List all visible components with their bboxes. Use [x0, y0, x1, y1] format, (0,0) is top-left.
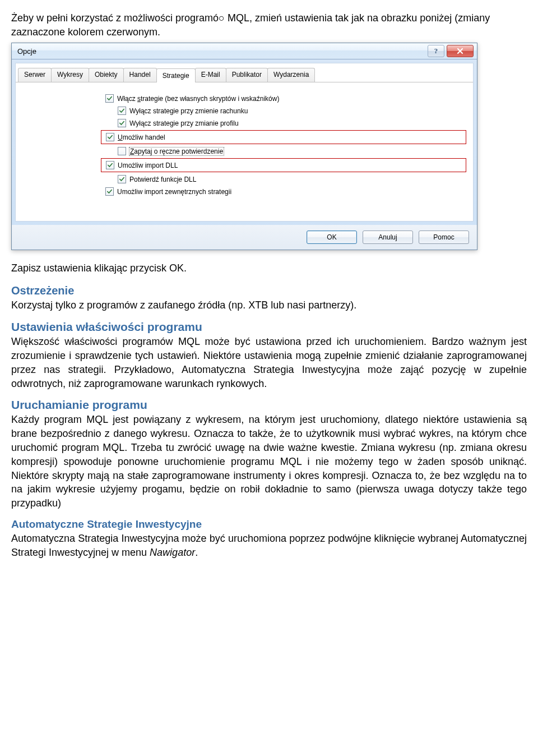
- help-button[interactable]: Pomoc: [419, 231, 469, 244]
- checkbox-icon[interactable]: [118, 175, 126, 183]
- intro-paragraph: Żeby w pełni korzystać z możliwości prog…: [11, 11, 527, 39]
- titlebar: Opcje ?: [12, 43, 477, 59]
- heading-warning: Ostrzeżenie: [11, 284, 527, 297]
- window-title: Opcje: [15, 47, 428, 56]
- checkbox-label: Umożliw import DLL: [118, 162, 178, 169]
- asi-body: Automatyczna Strategia Inwestycyjna może…: [11, 532, 527, 560]
- checkbox-area: Włącz strategie (bez własnych skryptów i…: [16, 82, 473, 221]
- warning-body: Korzystaj tylko z programów z zaufanego …: [11, 298, 527, 312]
- checkbox-allow-external[interactable]: Umożliw import zewnętrznych strategii: [105, 186, 462, 197]
- tab-handel[interactable]: Handel: [123, 68, 157, 82]
- checkbox-label: Wyłącz strategie przy zmienie rachunku: [129, 107, 248, 115]
- dialog-body: Serwer Wykresy Obiekty Handel Strategie …: [15, 63, 474, 222]
- help-icon[interactable]: ?: [428, 45, 444, 57]
- checkbox-manual-confirm[interactable]: Zapytaj o ręczne potwierdzenie: [105, 146, 462, 156]
- checkbox-label: Potwierdź funkcje DLL: [129, 176, 196, 183]
- launch-body: Każdy program MQL jest powiązany z wykre…: [11, 413, 527, 510]
- properties-body: Większość właściwości programów MQL może…: [11, 335, 527, 390]
- close-icon[interactable]: [447, 45, 474, 57]
- checkbox-disable-on-profile[interactable]: Wyłącz strategie przy zmianie profilu: [105, 118, 462, 128]
- options-dialog: Opcje ? Serwer Wykresy Obiekty Handel St…: [11, 43, 477, 250]
- checkbox-icon[interactable]: [118, 107, 126, 115]
- tab-email[interactable]: E-Mail: [195, 68, 226, 82]
- checkbox-icon[interactable]: [106, 161, 114, 169]
- checkbox-label: Umożliw handel: [118, 133, 165, 141]
- save-instruction: Zapisz ustawienia klikając przycisk OK.: [11, 261, 527, 275]
- checkbox-icon[interactable]: [106, 133, 114, 141]
- heading-asi: Automatyczne Strategie Inwestycyjne: [11, 518, 527, 531]
- checkbox-allow-dll[interactable]: Umożliw import DLL: [106, 160, 461, 170]
- heading-properties: Ustawienia właściwości programu: [11, 320, 527, 334]
- tab-publikator[interactable]: Publikator: [226, 68, 268, 82]
- checkbox-icon[interactable]: [118, 119, 126, 127]
- highlight-box-dll: Umożliw import DLL: [101, 158, 466, 172]
- checkbox-label: Wyłącz strategie przy zmianie profilu: [129, 119, 239, 127]
- checkbox-confirm-dll[interactable]: Potwierdź funkcje DLL: [105, 174, 462, 185]
- checkbox-icon[interactable]: [105, 94, 114, 103]
- checkbox-label: Włącz strategie (bez własnych skryptów i…: [117, 95, 279, 103]
- tab-strip: Serwer Wykresy Obiekty Handel Strategie …: [16, 63, 473, 82]
- ok-button[interactable]: OK: [307, 231, 357, 244]
- checkbox-icon[interactable]: [105, 187, 114, 196]
- heading-launch: Uruchamianie programu: [11, 398, 527, 412]
- checkbox-icon[interactable]: [118, 147, 126, 155]
- cancel-button[interactable]: Anuluj: [363, 231, 413, 244]
- checkbox-enable-strategies[interactable]: Włącz strategie (bez własnych skryptów i…: [105, 93, 462, 104]
- checkbox-label: Umożliw import zewnętrznych strategii: [117, 188, 231, 196]
- checkbox-allow-trade[interactable]: Umożliw handel: [106, 132, 461, 142]
- dialog-button-row: OK Anuluj Pomoc: [12, 225, 477, 250]
- tab-obiekty[interactable]: Obiekty: [89, 68, 124, 82]
- checkbox-disable-on-account[interactable]: Wyłącz strategie przy zmienie rachunku: [105, 105, 462, 116]
- tab-serwer[interactable]: Serwer: [18, 68, 52, 82]
- tab-wykresy[interactable]: Wykresy: [51, 68, 89, 82]
- tab-wydarzenia[interactable]: Wydarzenia: [267, 68, 315, 82]
- titlebar-buttons: ?: [428, 45, 474, 57]
- highlight-box-trade: Umożliw handel: [101, 130, 466, 144]
- checkbox-label: Zapytaj o ręczne potwierdzenie: [129, 147, 224, 155]
- tab-strategie[interactable]: Strategie: [156, 68, 196, 82]
